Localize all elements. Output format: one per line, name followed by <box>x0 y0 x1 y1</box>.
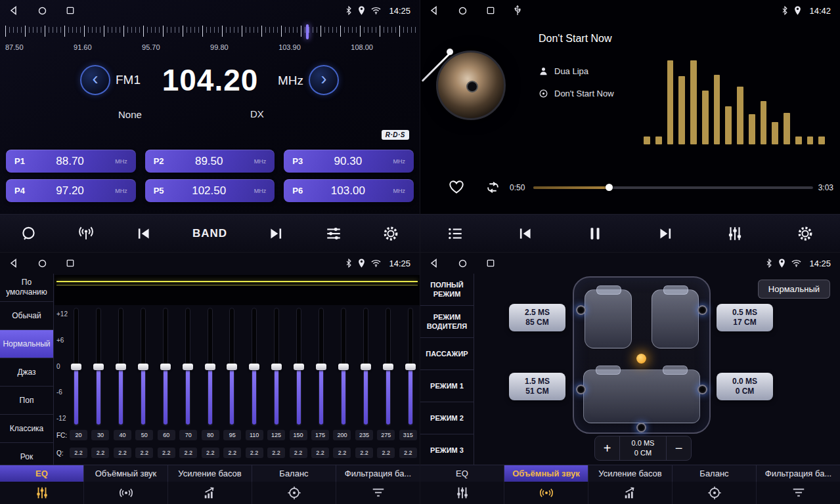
audio-tab[interactable]: Баланс <box>673 465 757 482</box>
eq-band-slider[interactable] <box>205 308 215 426</box>
eq-band-slider[interactable] <box>138 308 148 426</box>
recents-square-icon[interactable] <box>66 7 74 14</box>
back-icon[interactable] <box>430 6 439 15</box>
eq-preset-item[interactable]: Классика <box>0 415 53 443</box>
eq-slider-handle[interactable] <box>249 364 259 370</box>
front-right-delay[interactable]: 0.5 MS 17 CM <box>717 304 773 331</box>
eq-slider-handle[interactable] <box>183 364 193 370</box>
favorite-heart-button[interactable] <box>448 178 465 196</box>
surround-tab-icon[interactable] <box>504 482 588 504</box>
rear-left-delay[interactable]: 1.5 MS 51 CM <box>509 373 565 400</box>
next-track-button[interactable] <box>657 225 674 242</box>
preset-button[interactable]: P2 89.50 MHz <box>145 150 275 173</box>
audio-tab[interactable]: EQ <box>0 465 84 482</box>
eq-band-slider[interactable] <box>271 308 282 426</box>
rear-center-speaker-icon[interactable] <box>636 423 646 432</box>
surround-preset-button[interactable]: Нормальный <box>758 280 830 299</box>
eq-slider-handle[interactable] <box>138 364 148 370</box>
equalizer-button[interactable] <box>726 225 743 242</box>
preset-button[interactable]: P3 90.30 MHz <box>284 150 414 173</box>
eq-band-slider[interactable] <box>183 308 193 426</box>
listening-position-dot[interactable] <box>636 354 646 364</box>
listening-mode-item[interactable]: РЕЖИМ 3 <box>420 434 474 465</box>
eq-slider-handle[interactable] <box>294 364 304 370</box>
eq-slider-handle[interactable] <box>316 364 326 370</box>
listening-mode-item[interactable]: РЕЖИМ ВОДИТЕЛЯ <box>420 306 474 338</box>
scan-button[interactable] <box>20 225 37 242</box>
eq-slider-handle[interactable] <box>71 364 81 370</box>
eq-slider-handle[interactable] <box>338 364 349 370</box>
tune-up-button[interactable]: › <box>309 65 339 95</box>
eq-slider-handle[interactable] <box>227 364 237 370</box>
eq-slider-handle[interactable] <box>405 364 416 370</box>
preset-button[interactable]: P5 102.50 MHz <box>145 179 275 202</box>
audio-tab[interactable]: Фильтрация ба... <box>336 465 420 482</box>
home-circle-icon[interactable] <box>38 259 47 268</box>
eq-band-slider[interactable] <box>116 308 126 426</box>
balance-tab-icon[interactable] <box>673 482 757 504</box>
eq-slider-handle[interactable] <box>271 364 282 370</box>
eq-slider-handle[interactable] <box>361 364 371 370</box>
next-station-button[interactable] <box>267 225 284 242</box>
frequency-pointer[interactable] <box>306 24 309 39</box>
home-circle-icon[interactable] <box>458 7 467 15</box>
eq-band-slider[interactable] <box>361 308 371 426</box>
eq-band-slider[interactable] <box>338 308 349 426</box>
audio-tab[interactable]: EQ <box>420 465 504 482</box>
front-right-speaker-icon[interactable] <box>697 305 707 315</box>
playlist-button[interactable] <box>447 225 464 242</box>
back-icon[interactable] <box>9 259 18 268</box>
listening-mode-item[interactable]: ПАССАЖИР <box>420 338 474 370</box>
band-button[interactable]: BAND <box>192 227 227 240</box>
eq-preset-item[interactable]: По умолчанию <box>0 274 53 302</box>
filter-tab-icon[interactable] <box>757 482 840 504</box>
eq-band-slider[interactable] <box>160 308 171 426</box>
filter-tab-icon[interactable] <box>336 482 420 504</box>
rear-right-speaker-icon[interactable] <box>697 385 707 394</box>
audio-tab[interactable]: Фильтрация ба... <box>757 465 840 482</box>
eq-preset-item[interactable]: Нормальный <box>0 330 53 358</box>
frequency-ruler[interactable] <box>0 24 420 41</box>
eq-preset-item[interactable]: Джаз <box>0 358 53 387</box>
progress-thumb[interactable] <box>606 184 613 191</box>
preset-button[interactable]: P6 103.00 MHz <box>284 179 414 202</box>
eq-slider-handle[interactable] <box>116 364 126 370</box>
previous-station-button[interactable] <box>135 225 152 242</box>
eq-band-slider[interactable] <box>227 308 237 426</box>
audio-tab[interactable]: Усиление басов <box>588 465 673 482</box>
front-left-delay[interactable]: 2.5 MS 85 CM <box>509 304 565 331</box>
settings-gear-button[interactable] <box>382 225 399 242</box>
eq-slider-handle[interactable] <box>160 364 171 370</box>
audio-tab[interactable]: Объёмный звук <box>504 465 588 482</box>
tune-down-button[interactable]: ‹ <box>80 65 110 95</box>
eq-slider-handle[interactable] <box>383 364 393 370</box>
delay-increase-button[interactable]: + <box>595 442 619 455</box>
broadcast-icon-button[interactable] <box>77 225 95 242</box>
audio-tab[interactable]: Объёмный звук <box>84 465 168 482</box>
rear-right-delay[interactable]: 0.0 MS 0 CM <box>717 373 773 400</box>
tune-settings-button[interactable] <box>325 225 342 242</box>
eq-band-slider[interactable] <box>93 308 104 426</box>
preset-button[interactable]: P4 97.20 MHz <box>6 179 136 202</box>
back-icon[interactable] <box>430 259 439 268</box>
eq-band-slider[interactable] <box>249 308 259 426</box>
eq-band-slider[interactable] <box>316 308 326 426</box>
back-icon[interactable] <box>9 6 18 15</box>
recents-square-icon[interactable] <box>487 259 495 267</box>
balance-tab-icon[interactable] <box>252 482 336 504</box>
audio-tab[interactable]: Усиление басов <box>168 465 252 482</box>
repeat-button[interactable] <box>485 179 501 196</box>
audio-tab[interactable]: Баланс <box>252 465 336 482</box>
eq-slider-handle[interactable] <box>93 364 104 370</box>
preset-button[interactable]: P1 88.70 MHz <box>6 150 136 173</box>
home-circle-icon[interactable] <box>458 259 467 268</box>
eq-preset-item[interactable]: Обычай <box>0 302 53 330</box>
eq-preset-item[interactable]: Рок <box>0 443 53 465</box>
listening-mode-item[interactable]: ПОЛНЫЙ РЕЖИМ <box>420 274 474 306</box>
eq-band-slider[interactable] <box>405 308 416 426</box>
bass-boost-tab-icon[interactable] <box>588 482 673 504</box>
previous-track-button[interactable] <box>517 225 534 242</box>
listening-mode-item[interactable]: РЕЖИМ 1 <box>420 370 474 402</box>
pause-button[interactable] <box>586 225 604 242</box>
bass-boost-tab-icon[interactable] <box>168 482 252 504</box>
